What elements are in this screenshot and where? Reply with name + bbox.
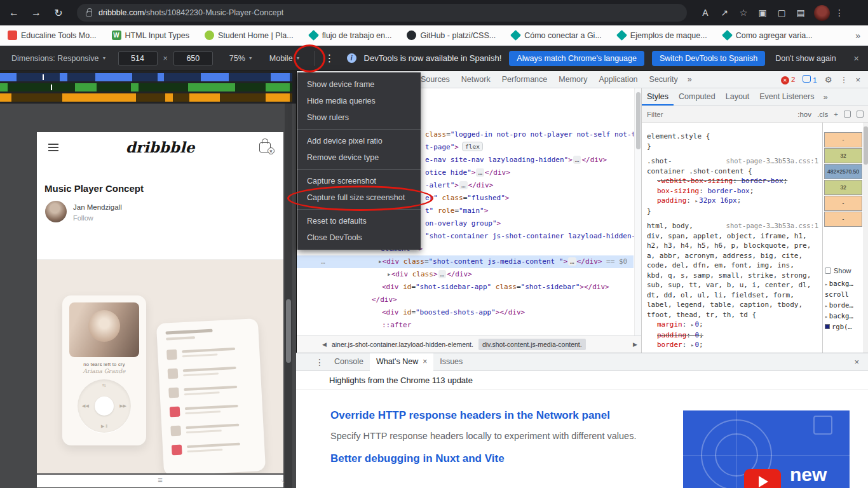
bookmark-item-c-mo-conectar-a-gi[interactable]: Cómo conectar a Gi...: [511, 30, 602, 40]
grid-editor-icon[interactable]: [844, 111, 851, 118]
bookmark-item-github-platzi-css[interactable]: GitHub - platzi/CSS...: [407, 30, 496, 40]
ellipsis-expand-icon[interactable]: …: [573, 156, 581, 164]
dom-tree-row[interactable]: <div id="boosted-shots-app"></div>: [297, 306, 634, 319]
scrollbar-thumb[interactable]: [286, 299, 291, 363]
menu-item-capture-screenshot[interactable]: Capture screenshot: [297, 173, 421, 189]
styles-tab-layout[interactable]: Layout: [721, 88, 755, 105]
youtube-play-button[interactable]: [744, 469, 781, 488]
breadcrumb-item[interactable]: ainer.js-shot-container.lazyload-hidden-…: [332, 341, 473, 348]
menu-item-capture-full-size-screenshot[interactable]: Capture full size screenshot: [297, 189, 421, 206]
back-icon[interactable]: ←: [6, 7, 22, 18]
error-badge[interactable]: ✕2: [781, 75, 795, 85]
media-query-segment[interactable]: [158, 73, 164, 81]
computed-property[interactable]: ▸backg…: [825, 280, 864, 290]
computed-property[interactable]: ▸backg…: [825, 312, 864, 323]
gutter-ellipsis-icon[interactable]: …: [321, 255, 325, 268]
switch-to-spanish-button[interactable]: Switch DevTools to Spanish: [652, 51, 765, 66]
styles-filter-input[interactable]: [647, 111, 723, 118]
media-query-segment[interactable]: [62, 93, 136, 102]
rule-selector[interactable]: a, abbr, acronym, address, big, cite,: [647, 251, 803, 261]
bookmark-item-educaline-tools-mo[interactable]: Educaline Tools Mo...: [8, 30, 97, 40]
drawer-tab-console[interactable]: Console: [328, 353, 370, 371]
bookmark-item-flujo-de-trabajo-en[interactable]: flujo de trabajo en...: [309, 30, 392, 40]
rule-selector[interactable]: h2, h3, h4, h5, h6, p, blockquote, pre,: [647, 241, 811, 251]
media-query-segment[interactable]: [95, 73, 132, 81]
breadcrumb-item-selected[interactable]: div.shot-content.js-media-content.: [478, 339, 586, 350]
media-query-segment[interactable]: [0, 93, 11, 102]
media-query-bar-range[interactable]: [0, 83, 292, 92]
boxmodel-margin[interactable]: -: [824, 196, 862, 211]
tab-sources[interactable]: Sources: [415, 71, 456, 88]
height-input[interactable]: [173, 51, 213, 65]
dimensions-label[interactable]: Dimensions: Responsive: [11, 54, 99, 63]
stylesheet-link[interactable]: shot-page-3…3b53a.css:1: [726, 156, 818, 166]
media-query-segment[interactable]: [188, 83, 235, 92]
settings-gear-icon[interactable]: ⚙: [825, 75, 832, 85]
rule-selector[interactable]: tfoot, thead, tr, th, td {: [647, 310, 756, 320]
styles-tab-event-listeners[interactable]: Event Listeners: [754, 88, 819, 105]
breadcrumb-right-icon[interactable]: ▶: [633, 341, 637, 348]
lock-icon[interactable]: [86, 11, 92, 17]
ellipsis-expand-icon[interactable]: …: [568, 257, 576, 266]
css-property[interactable]: -webkit-box-sizing: border-box;: [647, 176, 822, 186]
tab-performance[interactable]: Performance: [496, 71, 553, 88]
playlist-row[interactable]: [172, 438, 257, 461]
dom-tree-row-selected[interactable]: …▸<div class="shot-content js-media-cont…: [297, 255, 634, 268]
styles-tabs-overflow-icon[interactable]: »: [819, 93, 831, 102]
ellipsis-expand-icon[interactable]: …: [476, 168, 484, 177]
video-thumbnail[interactable]: new: [683, 410, 850, 488]
boxmodel-content[interactable]: 482×2570.50: [824, 164, 862, 179]
boxmodel-padding[interactable]: 32: [824, 148, 862, 163]
infobar-close-icon[interactable]: ×: [853, 53, 859, 64]
drawer-menu-icon[interactable]: ⋮: [315, 357, 324, 367]
media-query-segment[interactable]: [60, 73, 67, 81]
scrollbar-thumb[interactable]: [864, 126, 868, 165]
media-query-segment[interactable]: [266, 93, 290, 102]
styles-tab-styles[interactable]: Styles: [642, 88, 674, 105]
breadcrumb-left-icon[interactable]: ◀: [322, 341, 327, 348]
dom-tree-row[interactable]: </div>: [297, 294, 634, 306]
browser-menu-icon[interactable]: ⋮: [830, 8, 849, 18]
menu-item-reset-to-defaults[interactable]: Reset to defaults: [297, 213, 421, 229]
menu-item-close-devtools[interactable]: Close DevTools: [297, 229, 421, 246]
expand-arrow-icon[interactable]: ▸: [825, 303, 828, 309]
devtools-close-icon[interactable]: ×: [855, 75, 860, 85]
drawer-tab-what-s-new[interactable]: What's New×: [370, 353, 433, 371]
rule-selector[interactable]: label, legend, table, caption, tbody,: [647, 300, 803, 310]
reload-icon[interactable]: ↻: [50, 7, 67, 19]
bookmark-star-icon[interactable]: ☆: [734, 8, 753, 18]
ellipsis-expand-icon[interactable]: …: [459, 181, 468, 189]
tab-application[interactable]: Application: [593, 71, 643, 88]
width-input[interactable]: [118, 51, 158, 65]
media-query-segment[interactable]: [271, 73, 290, 81]
dom-tree-row[interactable]: ▸<div class>…</div>: [297, 268, 634, 281]
profile-avatar[interactable]: [814, 5, 830, 21]
new-style-rule-icon[interactable]: +: [834, 111, 838, 118]
computed-panel-icon[interactable]: [857, 111, 864, 118]
close-tab-icon[interactable]: ×: [423, 353, 427, 370]
message-badge[interactable]: 1: [803, 75, 817, 85]
media-query-segment[interactable]: [201, 73, 229, 81]
follow-button[interactable]: Follow: [73, 214, 93, 222]
media-icon[interactable]: ▣: [753, 8, 772, 18]
whats-new-heading[interactable]: Override HTTP response headers in the Ne…: [330, 409, 648, 422]
rule-selector[interactable]: dt, dd, ol, ul, li, fieldset, form,: [647, 290, 794, 301]
stylesheet-link[interactable]: shot-page-3…3b53a.css:1: [726, 221, 818, 231]
expand-arrow-icon[interactable]: ▸: [387, 270, 391, 278]
rule-selector[interactable]: div, span, applet, object, iframe, h1,: [647, 231, 807, 241]
rule-selector[interactable]: code, del, dfn, em, font, img, ins,: [647, 261, 794, 271]
drawer-close-icon[interactable]: ×: [854, 357, 859, 367]
bookmark-item-html-input-types[interactable]: WHTML Input Types: [112, 30, 189, 40]
show-all-checkbox[interactable]: Show: [825, 267, 851, 274]
expand-arrow-icon[interactable]: ▸: [691, 322, 694, 328]
translate-icon[interactable]: A: [696, 8, 715, 18]
menu-item-show-rulers[interactable]: Show rulers: [297, 109, 421, 126]
tab-memory[interactable]: Memory: [553, 71, 593, 88]
computed-property[interactable]: scroll: [825, 290, 864, 301]
extensions-icon[interactable]: ▢: [772, 8, 791, 18]
expand-arrow-icon[interactable]: ▸: [691, 342, 694, 348]
forward-icon[interactable]: →: [28, 7, 44, 18]
bookmark-item-ejemplos-de-maque[interactable]: Ejemplos de maque...: [617, 30, 707, 40]
match-language-button[interactable]: Always match Chrome's language: [509, 51, 644, 66]
expand-arrow-icon[interactable]: ▸: [825, 281, 828, 287]
